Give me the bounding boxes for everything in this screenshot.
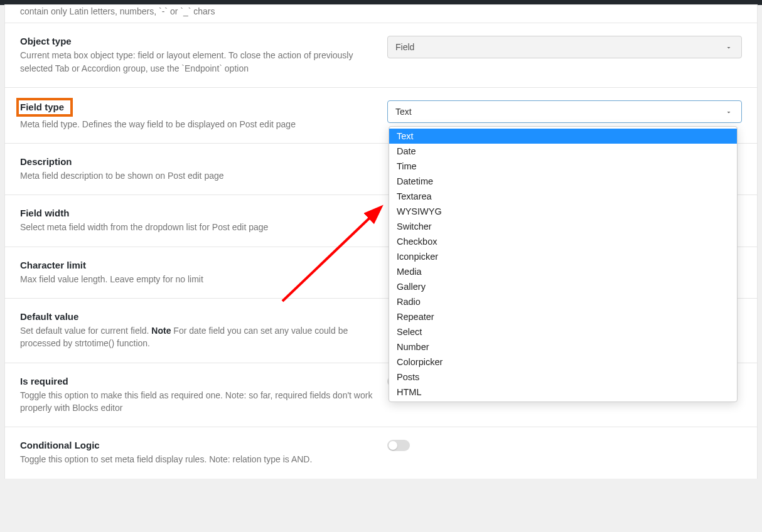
row-object-type: Object type Current meta box object type… xyxy=(5,23,757,87)
dropdown-option[interactable]: Iconpicker xyxy=(389,249,737,264)
object-type-value: Field xyxy=(395,42,414,52)
dropdown-option[interactable]: Time xyxy=(389,159,737,174)
dropdown-option[interactable]: Datetime xyxy=(389,174,737,189)
dropdown-option[interactable]: Posts xyxy=(389,370,737,385)
dropdown-option[interactable]: Media xyxy=(389,264,737,279)
field-type-dropdown: TextDateTimeDatetimeTextareaWYSIWYGSwitc… xyxy=(389,126,738,402)
character-limit-title: Character limit xyxy=(20,260,375,270)
highlight-box: Field type xyxy=(16,98,73,117)
conditional-logic-desc: Toggle this option to set meta field dis… xyxy=(20,453,375,466)
dropdown-option[interactable]: Text xyxy=(389,129,737,144)
dropdown-option[interactable]: WYSIWYG xyxy=(389,204,737,219)
character-limit-desc: Max field value length. Leave empty for … xyxy=(20,273,375,285)
conditional-logic-toggle[interactable] xyxy=(387,440,410,451)
is-required-desc: Toggle this option to make this field as… xyxy=(20,389,375,415)
dropdown-option[interactable]: Switcher xyxy=(389,219,737,234)
dropdown-option[interactable]: Date xyxy=(389,144,737,159)
description-title: Description xyxy=(20,156,375,167)
dropdown-option[interactable]: Radio xyxy=(389,294,737,309)
dropdown-option[interactable]: Number xyxy=(389,339,737,354)
dropdown-option[interactable]: Textarea xyxy=(389,189,737,204)
default-value-desc: Set default value for current field. Not… xyxy=(20,324,375,350)
object-type-select[interactable]: Field xyxy=(387,36,742,58)
dropdown-option[interactable]: Repeater xyxy=(389,309,737,324)
default-value-title: Default value xyxy=(20,311,375,322)
dropdown-option[interactable]: Colorpicker xyxy=(389,354,737,370)
dropdown-option[interactable]: HTML xyxy=(389,385,737,400)
dropdown-option[interactable]: Checkbox xyxy=(389,234,737,249)
object-type-title: Object type xyxy=(20,36,375,46)
field-type-select[interactable]: Text xyxy=(387,100,742,123)
chevron-down-icon xyxy=(725,108,732,115)
object-type-desc: Current meta box object type: field or l… xyxy=(20,49,375,75)
chevron-down-icon xyxy=(725,43,732,51)
row-desc-partial: contain only Latin letters, numbers, `-`… xyxy=(20,5,375,18)
is-required-title: Is required xyxy=(20,376,375,386)
conditional-logic-title: Conditional Logic xyxy=(20,440,375,450)
field-width-title: Field width xyxy=(20,208,375,218)
dropdown-option[interactable]: Select xyxy=(389,324,737,339)
field-width-desc: Select meta field width from the dropdow… xyxy=(20,221,375,233)
field-type-title: Field type xyxy=(20,102,64,112)
field-type-value: Text xyxy=(395,107,412,117)
row-conditional-logic: Conditional Logic Toggle this option to … xyxy=(5,427,757,478)
page-wrap: contain only Latin letters, numbers, `-`… xyxy=(0,0,762,479)
description-desc: Meta field description to be shown on Po… xyxy=(20,169,375,182)
dropdown-option[interactable]: Gallery xyxy=(389,279,737,294)
admin-bar xyxy=(0,0,762,5)
toggle-knob xyxy=(389,441,397,450)
field-type-desc: Meta field type. Defines the way field t… xyxy=(20,118,375,130)
row-partial-top: contain only Latin letters, numbers, `-`… xyxy=(5,5,757,23)
